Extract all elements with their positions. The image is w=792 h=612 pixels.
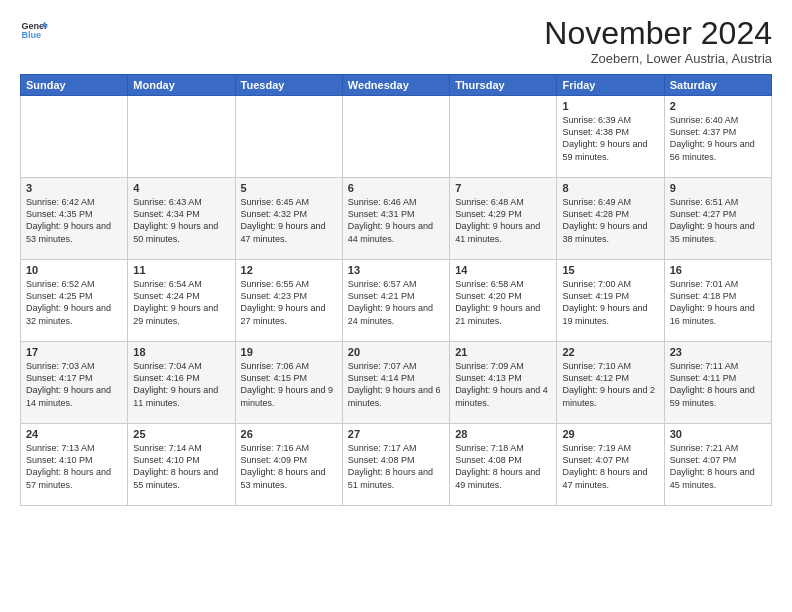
day-number: 28 [455,428,551,440]
calendar-week-5: 24Sunrise: 7:13 AM Sunset: 4:10 PM Dayli… [21,424,772,506]
day-content: Sunrise: 6:40 AM Sunset: 4:37 PM Dayligh… [670,114,766,163]
calendar-cell: 6Sunrise: 6:46 AM Sunset: 4:31 PM Daylig… [342,178,449,260]
day-content: Sunrise: 6:45 AM Sunset: 4:32 PM Dayligh… [241,196,337,245]
col-wednesday: Wednesday [342,75,449,96]
day-number: 23 [670,346,766,358]
day-content: Sunrise: 6:57 AM Sunset: 4:21 PM Dayligh… [348,278,444,327]
day-number: 16 [670,264,766,276]
calendar-week-1: 1Sunrise: 6:39 AM Sunset: 4:38 PM Daylig… [21,96,772,178]
day-content: Sunrise: 7:04 AM Sunset: 4:16 PM Dayligh… [133,360,229,409]
calendar-cell: 7Sunrise: 6:48 AM Sunset: 4:29 PM Daylig… [450,178,557,260]
day-content: Sunrise: 6:54 AM Sunset: 4:24 PM Dayligh… [133,278,229,327]
calendar-cell: 22Sunrise: 7:10 AM Sunset: 4:12 PM Dayli… [557,342,664,424]
col-tuesday: Tuesday [235,75,342,96]
day-number: 30 [670,428,766,440]
day-number: 7 [455,182,551,194]
calendar-header-row: Sunday Monday Tuesday Wednesday Thursday… [21,75,772,96]
title-section: November 2024 Zoebern, Lower Austria, Au… [544,16,772,66]
calendar-cell: 1Sunrise: 6:39 AM Sunset: 4:38 PM Daylig… [557,96,664,178]
day-number: 5 [241,182,337,194]
calendar-cell [21,96,128,178]
calendar-cell: 12Sunrise: 6:55 AM Sunset: 4:23 PM Dayli… [235,260,342,342]
page: General Blue November 2024 Zoebern, Lowe… [0,0,792,612]
day-content: Sunrise: 6:49 AM Sunset: 4:28 PM Dayligh… [562,196,658,245]
day-content: Sunrise: 7:21 AM Sunset: 4:07 PM Dayligh… [670,442,766,491]
day-content: Sunrise: 6:39 AM Sunset: 4:38 PM Dayligh… [562,114,658,163]
day-content: Sunrise: 6:55 AM Sunset: 4:23 PM Dayligh… [241,278,337,327]
day-number: 11 [133,264,229,276]
col-friday: Friday [557,75,664,96]
calendar: Sunday Monday Tuesday Wednesday Thursday… [20,74,772,506]
calendar-cell [128,96,235,178]
calendar-cell: 29Sunrise: 7:19 AM Sunset: 4:07 PM Dayli… [557,424,664,506]
day-content: Sunrise: 6:42 AM Sunset: 4:35 PM Dayligh… [26,196,122,245]
day-number: 4 [133,182,229,194]
calendar-week-4: 17Sunrise: 7:03 AM Sunset: 4:17 PM Dayli… [21,342,772,424]
calendar-cell: 27Sunrise: 7:17 AM Sunset: 4:08 PM Dayli… [342,424,449,506]
calendar-cell: 16Sunrise: 7:01 AM Sunset: 4:18 PM Dayli… [664,260,771,342]
day-number: 26 [241,428,337,440]
day-number: 27 [348,428,444,440]
calendar-cell: 25Sunrise: 7:14 AM Sunset: 4:10 PM Dayli… [128,424,235,506]
day-number: 14 [455,264,551,276]
calendar-week-3: 10Sunrise: 6:52 AM Sunset: 4:25 PM Dayli… [21,260,772,342]
calendar-cell: 8Sunrise: 6:49 AM Sunset: 4:28 PM Daylig… [557,178,664,260]
calendar-cell: 19Sunrise: 7:06 AM Sunset: 4:15 PM Dayli… [235,342,342,424]
day-content: Sunrise: 6:46 AM Sunset: 4:31 PM Dayligh… [348,196,444,245]
calendar-cell [450,96,557,178]
day-content: Sunrise: 7:19 AM Sunset: 4:07 PM Dayligh… [562,442,658,491]
day-number: 19 [241,346,337,358]
calendar-cell: 15Sunrise: 7:00 AM Sunset: 4:19 PM Dayli… [557,260,664,342]
day-number: 29 [562,428,658,440]
calendar-cell: 5Sunrise: 6:45 AM Sunset: 4:32 PM Daylig… [235,178,342,260]
day-content: Sunrise: 7:09 AM Sunset: 4:13 PM Dayligh… [455,360,551,409]
col-saturday: Saturday [664,75,771,96]
day-content: Sunrise: 7:14 AM Sunset: 4:10 PM Dayligh… [133,442,229,491]
calendar-week-2: 3Sunrise: 6:42 AM Sunset: 4:35 PM Daylig… [21,178,772,260]
calendar-cell: 10Sunrise: 6:52 AM Sunset: 4:25 PM Dayli… [21,260,128,342]
col-thursday: Thursday [450,75,557,96]
day-number: 22 [562,346,658,358]
svg-text:Blue: Blue [21,30,41,40]
location: Zoebern, Lower Austria, Austria [544,51,772,66]
day-number: 20 [348,346,444,358]
calendar-cell: 18Sunrise: 7:04 AM Sunset: 4:16 PM Dayli… [128,342,235,424]
day-content: Sunrise: 6:58 AM Sunset: 4:20 PM Dayligh… [455,278,551,327]
day-number: 3 [26,182,122,194]
calendar-cell: 24Sunrise: 7:13 AM Sunset: 4:10 PM Dayli… [21,424,128,506]
day-number: 17 [26,346,122,358]
calendar-cell: 9Sunrise: 6:51 AM Sunset: 4:27 PM Daylig… [664,178,771,260]
day-number: 8 [562,182,658,194]
day-number: 9 [670,182,766,194]
day-number: 13 [348,264,444,276]
calendar-cell [235,96,342,178]
calendar-cell: 11Sunrise: 6:54 AM Sunset: 4:24 PM Dayli… [128,260,235,342]
calendar-cell [342,96,449,178]
day-number: 6 [348,182,444,194]
day-content: Sunrise: 7:07 AM Sunset: 4:14 PM Dayligh… [348,360,444,409]
calendar-cell: 4Sunrise: 6:43 AM Sunset: 4:34 PM Daylig… [128,178,235,260]
calendar-cell: 17Sunrise: 7:03 AM Sunset: 4:17 PM Dayli… [21,342,128,424]
day-content: Sunrise: 6:52 AM Sunset: 4:25 PM Dayligh… [26,278,122,327]
calendar-cell: 26Sunrise: 7:16 AM Sunset: 4:09 PM Dayli… [235,424,342,506]
day-content: Sunrise: 7:00 AM Sunset: 4:19 PM Dayligh… [562,278,658,327]
day-number: 2 [670,100,766,112]
day-content: Sunrise: 7:03 AM Sunset: 4:17 PM Dayligh… [26,360,122,409]
day-content: Sunrise: 6:48 AM Sunset: 4:29 PM Dayligh… [455,196,551,245]
day-number: 1 [562,100,658,112]
day-number: 10 [26,264,122,276]
day-number: 18 [133,346,229,358]
logo: General Blue [20,16,48,44]
day-content: Sunrise: 7:10 AM Sunset: 4:12 PM Dayligh… [562,360,658,409]
col-sunday: Sunday [21,75,128,96]
col-monday: Monday [128,75,235,96]
day-number: 25 [133,428,229,440]
calendar-cell: 21Sunrise: 7:09 AM Sunset: 4:13 PM Dayli… [450,342,557,424]
day-number: 15 [562,264,658,276]
day-content: Sunrise: 7:01 AM Sunset: 4:18 PM Dayligh… [670,278,766,327]
calendar-cell: 28Sunrise: 7:18 AM Sunset: 4:08 PM Dayli… [450,424,557,506]
day-number: 24 [26,428,122,440]
day-content: Sunrise: 7:18 AM Sunset: 4:08 PM Dayligh… [455,442,551,491]
calendar-cell: 20Sunrise: 7:07 AM Sunset: 4:14 PM Dayli… [342,342,449,424]
calendar-cell: 13Sunrise: 6:57 AM Sunset: 4:21 PM Dayli… [342,260,449,342]
